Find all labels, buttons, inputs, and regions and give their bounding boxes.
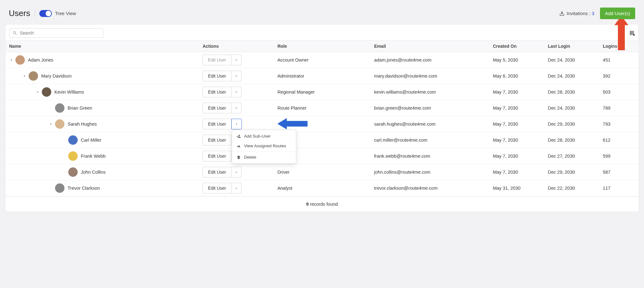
cell-created: May 5, 2030 [489,52,544,68]
row-actions-dropdown-button[interactable]: Add Sub-UserView Assigned RoutesDelete [231,119,242,129]
chevron-down-icon [235,90,238,94]
divider [35,10,35,17]
avatar [42,87,51,97]
records-count: 9 [306,202,309,207]
cell-created: May 7, 2030 [489,116,544,132]
toggle-label: Tree View [55,11,76,16]
trash-icon [236,155,241,160]
edit-user-button[interactable]: Edit User [203,183,231,193]
col-name[interactable]: Name [5,41,199,52]
cell-logins: 793 [599,116,639,132]
cell-email: trevor.clarkson@route4me.com [370,180,489,196]
table-row: Adam JonesEdit UserAccount Owneradam.jon… [5,52,639,68]
edit-user-button[interactable]: Edit User [203,71,231,81]
row-actions-dropdown-button[interactable] [231,167,242,177]
cell-created: May 7, 2030 [489,84,544,100]
page-title: Users [9,8,30,18]
records-label: records found [309,202,338,207]
cell-email: frank.webb@route4me.com [370,148,489,164]
table-header-row: Name Actions Role Email Created On Last … [5,41,639,52]
tree-view-toggle[interactable] [39,10,52,17]
toolbar [5,24,639,40]
user-name: Frank Webb [81,154,106,159]
cell-role: Regional Manager [274,84,370,100]
user-name: John Collins [81,170,106,175]
chevron-down-icon [235,106,238,110]
toggle-knob [46,11,51,16]
user-name: Carl Miller [81,138,101,143]
row-actions-dropdown-button[interactable] [231,103,242,113]
col-created[interactable]: Created On [489,41,544,52]
annotation-arrow-red [614,16,628,50]
cell-created: May 31, 2030 [489,180,544,196]
cell-created: May 6, 2030 [489,68,544,84]
table-row: Carl MillerEdit Usercarl.miller@route4me… [5,132,639,148]
cell-logins: 451 [599,52,639,68]
table-row: Sarah HughesEdit UserAdd Sub-UserView As… [5,116,639,132]
avatar [55,103,64,113]
cell-created: May 7, 2030 [489,148,544,164]
col-lastlogin[interactable]: Last Login [544,41,599,52]
add-user-icon [236,134,241,139]
search-field[interactable] [9,28,103,38]
cell-logins: 587 [599,164,639,180]
chevron-down-icon[interactable] [36,90,40,94]
cell-lastLogin: Dec 24, 2030 [544,100,599,116]
chevron-down-icon[interactable] [49,122,53,126]
cell-lastLogin: Dec 22, 2030 [544,180,599,196]
download-tray-icon [559,11,565,16]
col-email[interactable]: Email [370,41,489,52]
invitations-link[interactable]: Invitations : 3 [559,11,594,16]
menu-add-sub-user[interactable]: Add Sub-User [232,131,296,141]
edit-user-button[interactable]: Edit User [203,103,231,113]
table-row: Frank WebbEdit Userfrank.webb@route4me.c… [5,148,639,164]
menu-divider [232,151,296,152]
edit-user-button[interactable]: Edit User [203,135,231,145]
page-header: Users Tree View Invitations : 3 Add User… [5,5,639,24]
cell-email: sarah.hughes@route4me.com [370,116,489,132]
avatar [68,151,78,161]
avatar [68,167,78,177]
table-row: John CollinsEdit UserDriverjohn.collins@… [5,164,639,180]
users-panel: Name Actions Role Email Created On Last … [5,24,639,212]
chevron-down-icon [235,58,238,62]
columns-settings-icon[interactable] [629,30,635,36]
avatar [15,55,25,65]
edit-user-button[interactable]: Edit User [203,151,231,161]
cell-role: Account Owner [274,52,370,68]
row-actions-dropdown-button[interactable] [231,71,242,81]
avatar [55,183,64,193]
table-row: Trevor ClarksonEdit UserAnalysttrevor.cl… [5,180,639,196]
table-row: Brian GreenEdit UserRoute Plannerbrian.g… [5,100,639,116]
add-user-button[interactable]: Add User(s) [600,8,635,19]
users-table: Name Actions Role Email Created On Last … [5,40,639,196]
edit-user-button[interactable]: Edit User [203,119,231,129]
cell-lastLogin: Dec 29, 2030 [544,116,599,132]
cell-logins: 392 [599,68,639,84]
row-actions-dropdown-button[interactable] [231,55,242,65]
row-actions-dropdown-button[interactable] [231,87,242,97]
user-name: Sarah Hughes [68,122,97,127]
cell-email: brian.green@route4me.com [370,100,489,116]
col-role[interactable]: Role [274,41,370,52]
cell-lastLogin: Dec 28, 2030 [544,132,599,148]
menu-delete[interactable]: Delete [232,152,296,162]
col-actions: Actions [199,41,274,52]
records-footer: 9 records found [5,196,639,212]
cell-email: adam.jones@route4me.com [370,52,489,68]
cell-created: May 7, 2030 [489,164,544,180]
menu-view-routes[interactable]: View Assigned Routes [232,141,296,151]
cell-role: Analyst [274,180,370,196]
table-row: Mary DavidsonEdit UserAdministratormary.… [5,68,639,84]
edit-user-button[interactable]: Edit User [203,87,231,97]
cell-lastLogin: Dec 24, 2030 [544,52,599,68]
chevron-down-icon[interactable] [9,58,14,62]
edit-user-button[interactable]: Edit User [203,167,231,177]
cell-lastLogin: Dec 24, 2030 [544,68,599,84]
row-actions-dropdown-button[interactable] [231,183,242,193]
cell-email: john.collins@route4me.com [370,164,489,180]
search-input[interactable] [20,30,100,35]
cell-role: Route Planner [274,100,370,116]
chevron-down-icon[interactable] [22,74,27,78]
cell-created: May 7, 2030 [489,100,544,116]
